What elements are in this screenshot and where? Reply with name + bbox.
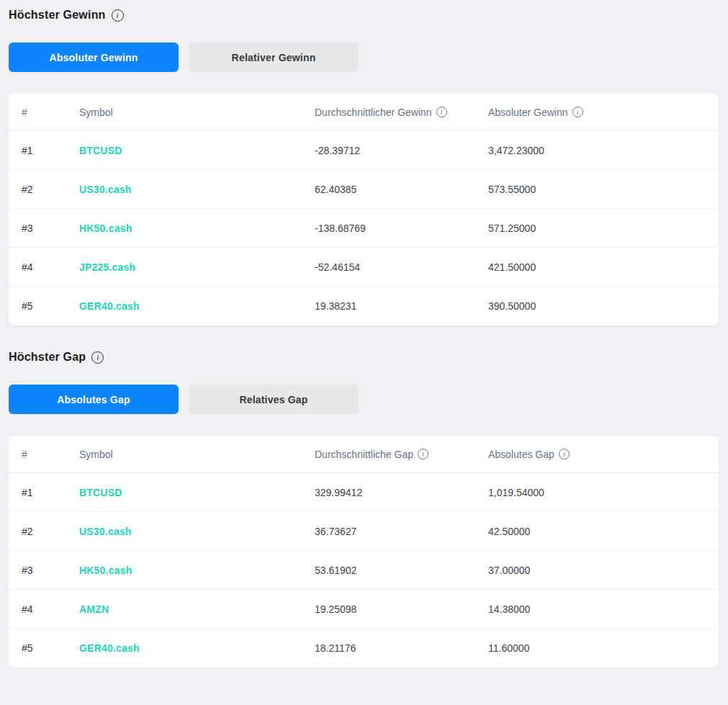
table-header-row: # Symbol Durchschnittlicher Gewinn i Abs…: [9, 94, 719, 131]
abs-cell: 390.50000: [488, 300, 719, 312]
abs-cell: 11.60000: [488, 642, 719, 654]
abs-cell: 421.50000: [488, 261, 719, 273]
avg-cell: 62.40385: [315, 184, 488, 195]
info-icon[interactable]: i: [436, 107, 447, 117]
avg-cell: 19.25098: [315, 603, 488, 615]
symbol-link[interactable]: US30.cash: [79, 526, 315, 537]
tab-relativer-gewinn[interactable]: Relativer Gewinn: [189, 42, 359, 72]
tab-relatives-gap[interactable]: Relatives Gap: [189, 385, 359, 414]
avg-cell: 329.99412: [315, 487, 488, 498]
column-header-abs: Absoluter Gewinn i: [488, 107, 719, 118]
column-header-abs: Absolutes Gap i: [488, 449, 719, 460]
avg-cell: -28.39712: [315, 145, 488, 156]
table-row: #2 US30.cash 36.73627 42.50000: [9, 512, 719, 551]
rank-cell: #2: [22, 184, 79, 195]
table-row: #4 JP225.cash -52.46154 421.50000: [9, 248, 719, 287]
symbol-link[interactable]: GER40.cash: [79, 300, 315, 312]
page-title: Höchster Gewinn: [9, 9, 106, 22]
gap-table: # Symbol Durchschnittliche Gap i Absolut…: [9, 436, 719, 668]
table-row: #1 BTCUSD 329.99412 1,019.54000: [9, 473, 719, 512]
abs-cell: 42.50000: [488, 526, 719, 537]
info-icon[interactable]: i: [572, 107, 583, 117]
abs-cell: 14.38000: [488, 603, 719, 615]
symbol-link[interactable]: BTCUSD: [79, 145, 315, 156]
info-icon[interactable]: i: [418, 449, 428, 459]
table-row: #5 GER40.cash 19.38231 390.50000: [9, 287, 719, 325]
rank-cell: #5: [22, 300, 79, 312]
section-hoechster-gewinn: Höchster Gewinn i Absoluter Gewinn Relat…: [9, 9, 719, 325]
section-hoechster-gap: Höchster Gap i Absolutes Gap Relatives G…: [9, 351, 719, 668]
spacer: [9, 325, 719, 349]
column-header-avg: Durchschnittlicher Gewinn i: [315, 107, 488, 118]
page-title: Höchster Gap: [9, 351, 86, 364]
avg-cell: -52.46154: [315, 261, 488, 273]
column-header-symbol: Symbol: [79, 449, 315, 460]
column-header-rank: #: [22, 449, 79, 460]
rank-cell: #1: [22, 145, 79, 156]
abs-cell: 3,472.23000: [488, 145, 719, 156]
rank-cell: #3: [22, 565, 79, 576]
avg-cell: 18.21176: [315, 642, 488, 654]
gewinn-tab-group: Absoluter Gewinn Relativer Gewinn: [9, 42, 719, 72]
abs-cell: 1,019.54000: [488, 487, 719, 498]
rank-cell: #3: [22, 223, 79, 234]
section-title-row: Höchster Gap i: [9, 351, 719, 364]
symbol-link[interactable]: US30.cash: [79, 184, 315, 195]
info-icon[interactable]: i: [559, 449, 570, 459]
rank-cell: #4: [22, 261, 79, 273]
avg-cell: 19.38231: [315, 300, 488, 312]
symbol-link[interactable]: BTCUSD: [79, 487, 315, 498]
table-row: #2 US30.cash 62.40385 573.55000: [9, 170, 719, 209]
section-title-row: Höchster Gewinn i: [9, 9, 719, 22]
table-header-row: # Symbol Durchschnittliche Gap i Absolut…: [9, 436, 719, 473]
rank-cell: #4: [22, 603, 79, 615]
column-header-rank: #: [22, 107, 79, 118]
abs-cell: 571.25000: [488, 223, 719, 234]
symbol-link[interactable]: JP225.cash: [79, 261, 315, 273]
column-header-avg: Durchschnittliche Gap i: [315, 449, 488, 460]
table-row: #4 AMZN 19.25098 14.38000: [9, 590, 719, 629]
rank-cell: #5: [22, 642, 79, 654]
info-icon[interactable]: i: [91, 351, 104, 364]
rank-cell: #1: [22, 487, 79, 498]
info-icon[interactable]: i: [112, 9, 124, 22]
symbol-link[interactable]: AMZN: [79, 603, 315, 615]
column-header-symbol: Symbol: [79, 107, 315, 118]
rank-cell: #2: [22, 526, 79, 537]
gewinn-table: # Symbol Durchschnittlicher Gewinn i Abs…: [9, 94, 719, 325]
table-row: #3 HK50.cash -138.68769 571.25000: [9, 209, 719, 248]
abs-cell: 573.55000: [488, 184, 719, 195]
gap-tab-group: Absolutes Gap Relatives Gap: [9, 385, 719, 414]
avg-cell: 36.73627: [315, 526, 488, 537]
table-row: #5 GER40.cash 18.21176 11.60000: [9, 629, 719, 668]
symbol-link[interactable]: HK50.cash: [79, 565, 315, 576]
page: Höchster Gewinn i Absoluter Gewinn Relat…: [0, 0, 728, 668]
table-row: #3 HK50.cash 53.61902 37.00000: [9, 551, 719, 590]
table-row: #1 BTCUSD -28.39712 3,472.23000: [9, 131, 719, 170]
avg-cell: -138.68769: [315, 223, 488, 234]
avg-cell: 53.61902: [315, 565, 488, 576]
tab-absolutes-gap[interactable]: Absolutes Gap: [9, 385, 179, 414]
abs-cell: 37.00000: [488, 565, 719, 576]
symbol-link[interactable]: HK50.cash: [79, 223, 315, 234]
tab-absoluter-gewinn[interactable]: Absoluter Gewinn: [9, 42, 179, 72]
symbol-link[interactable]: GER40.cash: [79, 642, 315, 654]
